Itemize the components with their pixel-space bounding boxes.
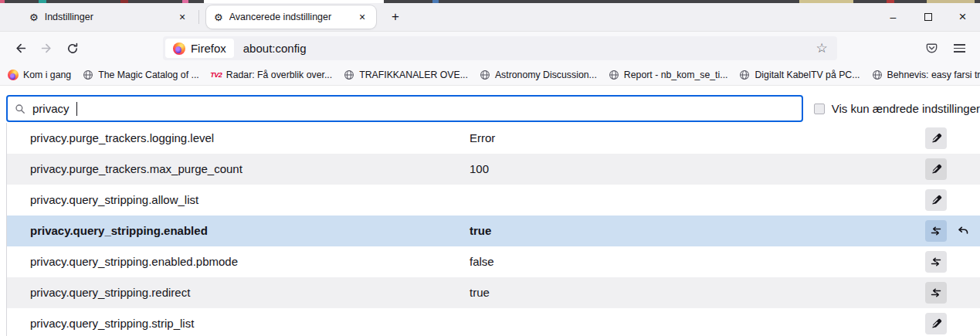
forward-arrow-icon [40, 42, 53, 55]
edit-button[interactable] [925, 313, 947, 334]
toggle-button[interactable] [925, 282, 947, 304]
tab-indstillinger[interactable]: ⚙ Indstillinger × [22, 3, 196, 31]
globe-icon [739, 70, 750, 80]
bookmark-item[interactable]: Report - nb_kom_se_ti... [609, 70, 728, 80]
tab-label: Indstillinger [45, 12, 175, 22]
minimize-button[interactable]: – [876, 3, 910, 31]
globe-icon [609, 70, 619, 80]
config-search-row: privacy Vis kun ændrede indstillinger [6, 95, 980, 122]
bookmark-item[interactable]: Digitalt KabelTV på PC... [739, 70, 860, 80]
preference-value: true [470, 216, 491, 246]
preference-name: privacy.purge_trackers.max_purge_count [30, 154, 242, 185]
hamburger-icon [954, 44, 965, 46]
reset-button[interactable] [952, 220, 974, 242]
bookmarks-bar: Kom i gang The Magic Catalog of ... TV2 … [0, 65, 980, 86]
new-tab-button[interactable]: + [385, 7, 405, 27]
toggle-button[interactable] [925, 220, 947, 242]
bookmark-item[interactable]: TV2 Radar: Få overblik over... [211, 70, 332, 80]
search-icon [15, 104, 25, 114]
bookmark-item[interactable]: The Magic Catalog of ... [83, 70, 199, 80]
back-button[interactable] [8, 36, 34, 61]
bookmark-item[interactable]: TRAFIKKANALER OVE... [344, 70, 468, 80]
bookmark-star-icon[interactable]: ☆ [816, 42, 830, 55]
maximize-button[interactable] [910, 3, 945, 31]
preference-value: 100 [470, 154, 489, 185]
tab-avancerede-indstillinger[interactable]: ⚙ Avancerede indstillinger × [206, 5, 376, 29]
identity-label: Firefox [191, 42, 226, 55]
edit-button[interactable] [925, 127, 947, 149]
preference-row[interactable]: privacy.query_stripping.enabled.pbmode f… [7, 246, 980, 277]
text-caret [76, 102, 78, 116]
search-value: privacy [32, 102, 70, 115]
preference-row[interactable]: privacy.query_stripping.allow_list [7, 185, 980, 216]
tab-bar: ⚙ Indstillinger × ⚙ Avancerede indstilli… [0, 3, 980, 31]
bookmark-item[interactable]: Astronomy Discussion... [480, 70, 597, 80]
preference-name: privacy.query_stripping.enabled.pbmode [30, 246, 238, 277]
reload-icon [66, 42, 79, 55]
tv2-icon: TV2 [211, 70, 222, 80]
site-identity-chip[interactable]: Firefox [165, 39, 234, 58]
globe-icon [872, 70, 883, 80]
back-arrow-icon [14, 42, 27, 55]
pocket-button[interactable] [919, 36, 945, 61]
preference-name: privacy.query_stripping.strip_list [30, 308, 194, 336]
show-modified-checkbox[interactable] [814, 104, 825, 114]
forward-button[interactable] [34, 36, 60, 61]
toggle-button[interactable] [925, 251, 947, 273]
preferences-table: privacy.purge_trackers.logging.level Err… [6, 123, 980, 336]
maximize-icon [924, 13, 932, 21]
gear-icon: ⚙ [29, 12, 39, 22]
tab-close-icon[interactable]: × [175, 9, 190, 25]
tab-separator [198, 10, 199, 24]
preference-name: privacy.query_stripping.allow_list [30, 185, 198, 216]
tab-close-icon[interactable]: × [354, 9, 370, 25]
url-text[interactable]: about:config [243, 42, 307, 55]
navigation-bar: Firefox about:config ☆ [0, 31, 980, 65]
globe-icon [83, 70, 93, 80]
preference-value: false [470, 246, 494, 277]
edit-button[interactable] [925, 158, 947, 180]
bookmark-item[interactable]: Kom i gang [8, 70, 71, 80]
edit-button[interactable] [925, 189, 947, 211]
firefox-icon [8, 70, 19, 80]
preference-value: true [470, 277, 490, 308]
reload-button[interactable] [59, 36, 86, 61]
preference-value: Error [470, 123, 495, 154]
app-menu-button[interactable] [946, 36, 972, 61]
preference-row[interactable]: privacy.purge_trackers.max_purge_count 1… [7, 154, 980, 185]
bookmark-item[interactable]: Behnevis: easy farsi tra... [872, 70, 980, 80]
preference-name: privacy.query_stripping.enabled [30, 216, 208, 246]
preference-row[interactable]: privacy.purge_trackers.logging.level Err… [7, 123, 980, 154]
preference-row[interactable]: privacy.query_stripping.strip_list [7, 308, 980, 336]
show-modified-label: Vis kun ændrede indstillinger [832, 102, 980, 115]
firefox-logo-icon [173, 42, 185, 55]
tab-label: Avancerede indstillinger [229, 12, 354, 22]
preference-name: privacy.query_stripping.redirect [30, 277, 190, 308]
preference-row[interactable]: privacy.query_stripping.enabled true [7, 216, 980, 246]
close-window-button[interactable]: × [945, 3, 980, 31]
globe-icon [480, 70, 490, 80]
globe-icon [344, 70, 354, 80]
preference-row[interactable]: privacy.query_stripping.redirect true [7, 277, 980, 308]
preference-name: privacy.purge_trackers.logging.level [30, 123, 214, 154]
pocket-icon [925, 42, 938, 55]
gear-icon: ⚙ [214, 12, 223, 22]
address-bar[interactable]: Firefox about:config ☆ [163, 36, 837, 60]
window-controls: – × [876, 3, 980, 31]
config-search-input[interactable]: privacy [6, 95, 803, 122]
